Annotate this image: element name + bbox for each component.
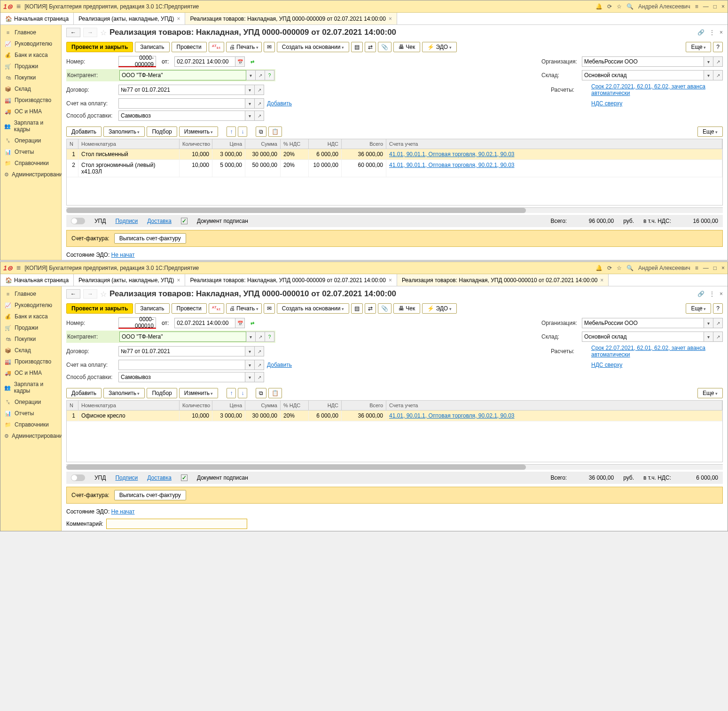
create-based-button[interactable]: Создать на основании: [277, 42, 349, 52]
print-button[interactable]: 🖨 Печать: [226, 303, 262, 314]
add-row-button[interactable]: Добавить: [66, 126, 102, 137]
contragent-field[interactable]: ООО "ТФ-Мега": [119, 70, 246, 80]
close-icon[interactable]: ×: [721, 265, 725, 271]
close-icon[interactable]: ×: [177, 16, 180, 22]
tab-home[interactable]: 🏠 Начальная страница: [0, 13, 74, 24]
open-icon[interactable]: ↗: [255, 346, 264, 356]
comment-field[interactable]: [106, 519, 247, 529]
edo-state-link[interactable]: Не начат: [111, 252, 135, 258]
signed-checkbox[interactable]: ✓: [181, 218, 188, 224]
table-more-button[interactable]: Еще: [697, 388, 723, 398]
close-icon[interactable]: ×: [389, 16, 392, 22]
invoice-acc-field[interactable]: [118, 98, 245, 109]
close-doc-icon[interactable]: ×: [720, 29, 723, 36]
star-icon[interactable]: ☆: [617, 265, 622, 271]
h-scrollbar[interactable]: [66, 464, 723, 470]
dropdown-icon[interactable]: ▾: [704, 56, 713, 67]
number-field[interactable]: 0000-000009: [118, 56, 156, 66]
upd-toggle[interactable]: [71, 218, 85, 224]
upd-toggle[interactable]: [71, 474, 85, 481]
attach-button[interactable]: 📎: [378, 303, 391, 314]
vat-link[interactable]: НДС сверху: [591, 100, 723, 107]
dropdown-icon[interactable]: ▾: [246, 70, 256, 80]
add-row-button[interactable]: Добавить: [66, 388, 102, 398]
add-link[interactable]: Добавить: [267, 362, 292, 368]
delivery-link[interactable]: Доставка: [147, 474, 172, 481]
menu-icon[interactable]: ≡: [16, 2, 21, 11]
open-icon[interactable]: ↗: [713, 70, 723, 80]
maximize-icon[interactable]: □: [713, 265, 717, 271]
calendar-icon[interactable]: 📅: [235, 318, 245, 328]
move-down-button[interactable]: ↓: [238, 388, 247, 398]
signatures-link[interactable]: Подписи: [115, 474, 138, 481]
history-icon[interactable]: ⟳: [607, 265, 612, 271]
back-button[interactable]: ←: [66, 289, 80, 299]
org-field[interactable]: МебельРоссии ООО: [582, 318, 704, 328]
post-button[interactable]: Провести: [172, 303, 207, 314]
contragent-field[interactable]: ООО "ТФ-Мега": [119, 332, 246, 342]
settings-icon[interactable]: ≡: [695, 3, 698, 10]
link-icon[interactable]: 🔗: [697, 291, 705, 297]
open-icon[interactable]: ↗: [255, 85, 264, 95]
move-up-button[interactable]: ↑: [227, 126, 236, 137]
close-icon[interactable]: ×: [177, 277, 180, 284]
forward-button[interactable]: →: [83, 28, 97, 37]
post-close-button[interactable]: Провести и закрыть: [66, 303, 133, 314]
select-button[interactable]: Подбор: [147, 126, 177, 137]
forward-button[interactable]: →: [83, 289, 97, 299]
signatures-link[interactable]: Подписи: [115, 218, 138, 224]
h-scrollbar[interactable]: [66, 207, 723, 213]
open-icon[interactable]: ↗: [255, 360, 264, 370]
open-icon[interactable]: ↗: [255, 98, 264, 109]
acc-link[interactable]: 41.01, 90.01.1, Оптовая торговля, 90.02.…: [386, 160, 722, 177]
vmenu-icon[interactable]: ⋮: [709, 291, 715, 297]
more-button[interactable]: Еще: [686, 42, 711, 52]
more-button[interactable]: Еще: [686, 303, 711, 314]
move-up-button[interactable]: ↑: [227, 388, 236, 398]
create-based-button[interactable]: Создать на основании: [277, 303, 349, 314]
settings-icon[interactable]: ≡: [695, 265, 698, 271]
mail-button[interactable]: ✉: [264, 303, 275, 314]
warehouse-field[interactable]: Основной склад: [582, 332, 704, 342]
dropdown-icon[interactable]: ▾: [245, 372, 255, 382]
edo-button[interactable]: ⚡ ЭДО: [422, 42, 457, 52]
date-field[interactable]: 02.07.2021 14:00:00: [174, 318, 235, 328]
mail-button[interactable]: ✉: [264, 42, 275, 52]
change-button[interactable]: Изменить: [179, 388, 219, 398]
edo-button[interactable]: ⚡ ЭДО: [422, 303, 457, 314]
tab-list[interactable]: Реализация (акты, накладные, УПД)×: [74, 274, 185, 286]
number-field[interactable]: 0000-000010: [118, 317, 156, 328]
print-button[interactable]: 🖨 Печать: [226, 42, 262, 52]
close-icon[interactable]: ×: [721, 3, 725, 10]
open-icon[interactable]: ↗: [256, 332, 265, 342]
list-button[interactable]: ▤: [351, 303, 363, 314]
invoice-acc-field[interactable]: [118, 360, 245, 370]
save-button[interactable]: Записать: [135, 303, 169, 314]
dropdown-icon[interactable]: ▾: [704, 318, 713, 328]
dt-kt-button[interactable]: ᴬᵀₖₜ: [209, 42, 224, 52]
contract-field[interactable]: №77 от 01.07.2021: [118, 85, 245, 95]
post-close-button[interactable]: Провести и закрыть: [66, 42, 133, 52]
edo-state-link[interactable]: Не начат: [111, 508, 135, 515]
dropdown-icon[interactable]: ▾: [704, 70, 713, 80]
user-name[interactable]: Андрей Алексеевич: [638, 3, 690, 10]
star-icon[interactable]: ☆: [617, 3, 622, 10]
close-icon[interactable]: ×: [389, 277, 392, 284]
search-icon[interactable]: 🔍: [626, 3, 634, 10]
dt-kt-button[interactable]: ᴬᵀₖₜ: [209, 303, 224, 314]
back-button[interactable]: ←: [66, 28, 80, 37]
list-button[interactable]: ▤: [351, 42, 363, 52]
help-field-icon[interactable]: ?: [265, 332, 274, 342]
open-icon[interactable]: ↗: [255, 372, 264, 382]
link-icon[interactable]: 🔗: [697, 29, 705, 36]
user-name[interactable]: Андрей Алексеевич: [638, 265, 690, 271]
open-icon[interactable]: ↗: [713, 332, 723, 342]
close-doc-icon[interactable]: ×: [720, 291, 723, 297]
calc-link[interactable]: Срок 22.07.2021, 62.01, 62.02, зачет ава…: [591, 345, 723, 358]
vmenu-icon[interactable]: ⋮: [709, 29, 715, 36]
warehouse-field[interactable]: Основной склад: [582, 70, 704, 80]
table-row[interactable]: 1 Офисное кресло 10,000 3 000,00 30 000,…: [67, 411, 722, 421]
issue-invoice-button[interactable]: Выписать счет-фактуру: [114, 233, 186, 244]
vat-link[interactable]: НДС сверху: [591, 362, 723, 368]
calc-link[interactable]: Срок 22.07.2021, 62.01, 62.02, зачет ава…: [591, 83, 723, 96]
